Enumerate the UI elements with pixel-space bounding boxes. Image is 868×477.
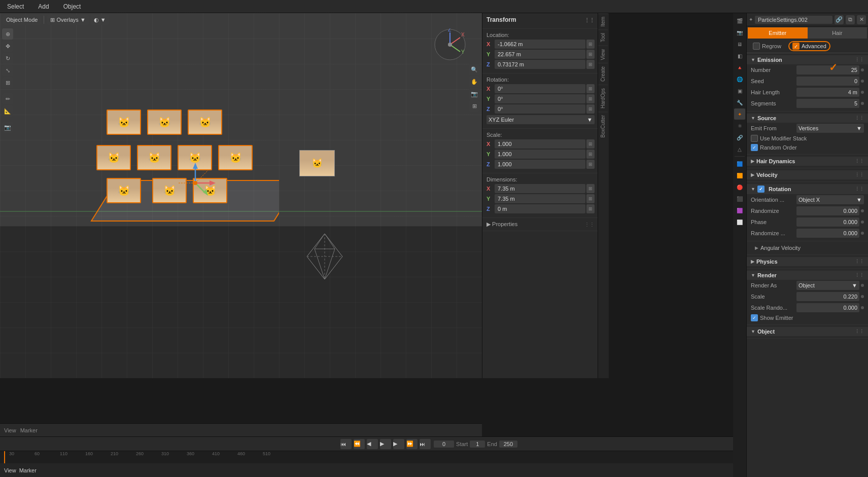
phase-value[interactable]: 0.000 bbox=[796, 217, 859, 227]
properties-toggle[interactable]: ▶ Properties bbox=[487, 221, 517, 228]
measure-tool-btn[interactable]: 📐 bbox=[2, 105, 13, 117]
timeline-marker-btn[interactable]: Marker bbox=[19, 467, 37, 473]
viewport-mode-btn[interactable]: Object Mode bbox=[3, 15, 41, 25]
prop-icon-data[interactable]: △ bbox=[734, 143, 745, 155]
advanced-checkbox[interactable]: ✓ bbox=[792, 43, 800, 50]
cursor-tool-btn[interactable]: ⊕ bbox=[2, 28, 13, 40]
prop-icon-object[interactable]: ▣ bbox=[734, 85, 745, 96]
timeline-view-btn[interactable]: View bbox=[4, 467, 16, 473]
dim-z-copy[interactable]: ⊞ bbox=[586, 204, 595, 213]
prev-frame-btn[interactable]: ◀ bbox=[367, 439, 378, 449]
prop-icon-physics[interactable]: ⚛ bbox=[734, 120, 745, 131]
emit-from-dropdown[interactable]: Vertices ▼ bbox=[796, 124, 864, 133]
sidebar-tab-hardops[interactable]: HardOps bbox=[598, 85, 608, 112]
scale-z-copy[interactable]: ⊞ bbox=[586, 160, 595, 169]
rot-z-copy[interactable]: ⊞ bbox=[586, 104, 595, 114]
angular-velocity-header[interactable]: ▶ Angular Velocity bbox=[747, 243, 868, 252]
rotation-y-value[interactable]: 0° bbox=[495, 94, 585, 103]
annotate-tool-btn[interactable]: ✏ bbox=[2, 93, 13, 104]
menu-object[interactable]: Object bbox=[60, 2, 84, 11]
play-btn[interactable]: ▶ bbox=[380, 439, 391, 449]
prop-icon-scene2[interactable]: 🔺 bbox=[734, 62, 745, 73]
loc-x-copy[interactable]: ⊞ bbox=[586, 40, 595, 49]
jump-start-btn[interactable]: ⏮ bbox=[340, 439, 352, 449]
camera-view-btn[interactable]: 📷 bbox=[469, 88, 480, 99]
transform-tool-btn[interactable]: ⊞ bbox=[2, 77, 13, 88]
loc-z-copy[interactable]: ⊞ bbox=[586, 60, 595, 69]
dim-y-copy[interactable]: ⊞ bbox=[586, 194, 595, 203]
dimensions-x-value[interactable]: 7.35 m bbox=[495, 184, 585, 193]
rotation-checkbox[interactable]: ✓ bbox=[757, 186, 765, 193]
prop-icon-scene[interactable]: 🎬 bbox=[734, 15, 745, 26]
sidebar-tab-boxcutter[interactable]: BoxCutter bbox=[598, 112, 608, 140]
scale-x-copy[interactable]: ⊞ bbox=[586, 139, 595, 149]
marker-menu[interactable]: Marker bbox=[20, 427, 38, 433]
location-z-value[interactable]: 0.73172 m bbox=[495, 60, 585, 69]
rotation-z-value[interactable]: 0° bbox=[495, 104, 585, 114]
render-as-dropdown[interactable]: Object ▼ bbox=[796, 281, 859, 290]
sidebar-tab-create[interactable]: Create bbox=[598, 63, 608, 85]
segments-value[interactable]: 5 bbox=[796, 99, 859, 108]
grid-btn[interactable]: ⊞ bbox=[469, 100, 480, 112]
randomize-value[interactable]: 0.000 bbox=[796, 206, 859, 215]
end-frame[interactable]: 250 bbox=[499, 441, 517, 448]
object-header[interactable]: ▼ Object ⋮⋮ bbox=[747, 327, 868, 336]
scale-x-value[interactable]: 1.000 bbox=[495, 139, 585, 149]
scale-rando-value[interactable]: 0.000 bbox=[796, 303, 859, 312]
rot-y-copy[interactable]: ⊞ bbox=[586, 94, 595, 103]
hair-length-value[interactable]: 4 m bbox=[796, 88, 859, 97]
source-header[interactable]: ▼ Source ⋮⋮ bbox=[747, 114, 868, 123]
seed-value[interactable]: 0 bbox=[796, 77, 859, 86]
render-header[interactable]: ▼ Render ⋮⋮ bbox=[747, 271, 868, 280]
prop-icon-world[interactable]: 🌐 bbox=[734, 74, 745, 85]
emission-header[interactable]: ▼ Emission ⋮⋮ bbox=[747, 55, 868, 64]
randomize-phase-value[interactable]: 0.000 bbox=[796, 229, 859, 238]
start-frame[interactable]: 1 bbox=[470, 441, 485, 448]
hair-tab-btn[interactable]: Hair bbox=[808, 27, 867, 39]
prop-icon-output[interactable]: 🖥 bbox=[734, 39, 745, 50]
datablock-link-btn[interactable]: 🔗 bbox=[835, 15, 844, 24]
dim-x-copy[interactable]: ⊞ bbox=[586, 184, 595, 193]
scale-y-value[interactable]: 1.000 bbox=[495, 150, 585, 159]
prop-icon-extra2[interactable]: 🟧 bbox=[734, 170, 745, 181]
show-emitter-checkbox[interactable]: ✓ bbox=[751, 314, 758, 321]
hand-btn[interactable]: ✋ bbox=[469, 76, 480, 87]
viewport-shading-btn[interactable]: ◐ ▼ bbox=[91, 15, 109, 25]
viewport-3d[interactable]: Object Mode ⊞ Overlays ▼ ◐ ▼ 🐱 🐱 🐱 🐱 🐱 🐱 bbox=[0, 13, 482, 378]
next-frame-btn[interactable]: ▶ bbox=[393, 439, 404, 449]
prop-icon-extra5[interactable]: 🟪 bbox=[734, 205, 745, 216]
rotate-tool-btn[interactable]: ↻ bbox=[2, 53, 13, 64]
dimensions-z-value[interactable]: 0 m bbox=[495, 204, 585, 213]
emitter-tab-btn[interactable]: Emitter bbox=[748, 27, 808, 39]
location-y-value[interactable]: 22.657 m bbox=[495, 50, 585, 59]
regrow-checkbox[interactable] bbox=[753, 43, 760, 50]
prop-icon-render[interactable]: 📷 bbox=[734, 27, 745, 38]
viewport-overlays-btn[interactable]: ⊞ Overlays ▼ bbox=[47, 15, 88, 25]
prop-icon-constraints[interactable]: 🔗 bbox=[734, 132, 745, 143]
camera-tool-btn[interactable]: 📷 bbox=[2, 122, 13, 133]
jump-end-btn[interactable]: ⏭ bbox=[420, 439, 431, 449]
sidebar-tab-item[interactable]: Item bbox=[598, 13, 608, 29]
hair-dynamics-header[interactable]: ▶ Hair Dynamics ⋮⋮ bbox=[747, 157, 868, 166]
playhead[interactable] bbox=[4, 451, 5, 463]
next-keyframe-btn[interactable]: ⏩ bbox=[406, 439, 418, 449]
move-tool-btn[interactable]: ✥ bbox=[2, 41, 13, 52]
rotation-mode-dropdown[interactable]: XYZ Euler ▼ bbox=[487, 115, 595, 124]
prop-icon-extra3[interactable]: 🔴 bbox=[734, 181, 745, 193]
prop-icon-extra4[interactable]: ⬛ bbox=[734, 193, 745, 204]
loc-y-copy[interactable]: ⊞ bbox=[586, 50, 595, 59]
rot-x-copy[interactable]: ⊞ bbox=[586, 84, 595, 93]
sidebar-tab-tool[interactable]: Tool bbox=[598, 29, 608, 45]
prop-icon-extra6[interactable]: ⬜ bbox=[734, 216, 745, 228]
scale-z-value[interactable]: 1.000 bbox=[495, 160, 585, 169]
scale-tool-btn[interactable]: ⤡ bbox=[2, 65, 13, 76]
location-x-value[interactable]: -1.0662 m bbox=[495, 40, 585, 49]
prop-icon-modifier[interactable]: 🔧 bbox=[734, 97, 745, 108]
rotation-prop-header[interactable]: ▼ ✓ Rotation ⋮⋮ bbox=[747, 184, 868, 194]
xyz-navigator[interactable]: X Y Z bbox=[434, 28, 467, 63]
view-menu[interactable]: View bbox=[4, 427, 16, 433]
particle-settings-name[interactable]: ParticleSettings.002 bbox=[755, 16, 832, 24]
sidebar-tab-view[interactable]: View bbox=[598, 46, 608, 63]
use-modifier-stack-checkbox[interactable] bbox=[751, 135, 758, 142]
number-value[interactable]: 25 bbox=[796, 65, 859, 75]
